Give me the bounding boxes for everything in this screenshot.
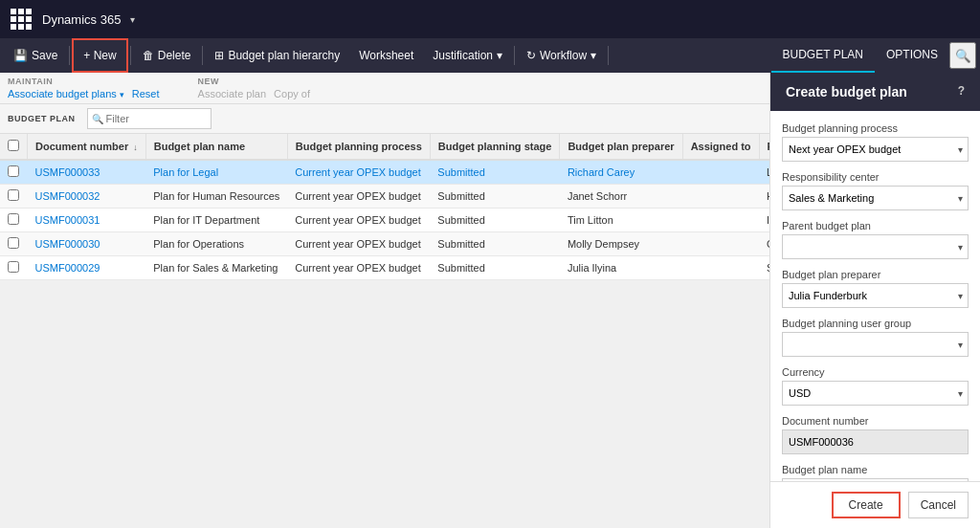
- doc-number-link[interactable]: USMF000032: [35, 190, 100, 202]
- row-doc-number: USMF000029: [28, 256, 146, 280]
- form-group-responsibility-center: Responsibility center Sales & Marketing: [782, 171, 969, 210]
- label-preparer: Budget plan preparer: [782, 269, 969, 280]
- workflow-chevron-icon: ▾: [590, 49, 596, 62]
- select-parent-budget[interactable]: [782, 234, 969, 259]
- reset-link[interactable]: Reset: [132, 88, 160, 99]
- toolbar: 💾 Save + New 🗑 Delete ⊞ Budget plan hier…: [0, 38, 980, 73]
- row-checkbox[interactable]: [8, 165, 19, 177]
- row-preparer: Tim Litton: [560, 209, 682, 232]
- doc-number-link[interactable]: USMF000031: [35, 214, 100, 226]
- delete-icon: 🗑: [143, 49, 154, 62]
- filter-search-icon: 🔍: [92, 114, 103, 124]
- row-checkbox[interactable]: [8, 189, 19, 201]
- panel-header: Create budget plan ?: [770, 73, 980, 111]
- preparer-name: Julia Ilyina: [568, 262, 616, 274]
- maintain-new-row: MAINTAIN Associate budget plans ▾ Reset …: [8, 77, 762, 103]
- select-planning-process[interactable]: Next year OPEX budget: [782, 137, 969, 162]
- row-plan-name: Plan for Sales & Marketing: [145, 256, 287, 280]
- help-icon: ?: [958, 84, 965, 98]
- header-responsibility-center: Responsibility center: [759, 134, 769, 160]
- select-wrapper-currency: USD: [782, 381, 969, 406]
- filter-input-wrapper: 🔍: [87, 108, 212, 129]
- header-doc-number: Document number ↓: [28, 134, 146, 160]
- select-responsibility-center[interactable]: Sales & Marketing: [782, 186, 969, 210]
- select-currency[interactable]: USD: [782, 381, 969, 406]
- table-row[interactable]: USMF000030 Plan for Operations Current y…: [0, 232, 769, 256]
- new-actions: Associate plan Copy of: [198, 88, 310, 99]
- associate-budget-plans-link[interactable]: Associate budget plans ▾: [8, 88, 124, 99]
- content-wrapper: MAINTAIN Associate budget plans ▾ Reset …: [0, 73, 769, 528]
- select-user-group[interactable]: [782, 332, 969, 357]
- search-icon: 🔍: [955, 49, 971, 63]
- row-assigned-to: [682, 185, 759, 209]
- grid-icon: [11, 9, 32, 30]
- preparer-name: Janet Schorr: [568, 190, 627, 202]
- row-planning-process: Current year OPEX budget: [287, 209, 430, 232]
- label-responsibility-center: Responsibility center: [782, 171, 969, 183]
- budget-plan-table: Document number ↓ Budget plan name Budge…: [0, 134, 769, 528]
- select-wrapper-planning-process: Next year OPEX budget: [782, 137, 969, 162]
- row-checkbox[interactable]: [8, 237, 19, 249]
- sort-arrow-icon: ↓: [133, 143, 138, 152]
- form-group-doc-number: Document number: [782, 415, 969, 454]
- row-checkbox[interactable]: [8, 261, 19, 273]
- new-button[interactable]: + New: [72, 38, 127, 73]
- table-row[interactable]: USMF000029 Plan for Sales & Marketing Cu…: [0, 256, 769, 280]
- label-user-group: Budget planning user group: [782, 318, 969, 329]
- table-row[interactable]: USMF000033 Plan for Legal Current year O…: [0, 160, 769, 185]
- create-button[interactable]: Create: [832, 492, 901, 518]
- header-planning-process: Budget planning process: [287, 134, 430, 160]
- row-assigned-to: [682, 209, 759, 232]
- select-all-checkbox[interactable]: [8, 140, 19, 151]
- cancel-button[interactable]: Cancel: [908, 492, 969, 518]
- app-grid-button[interactable]: [8, 6, 34, 33]
- doc-number-link[interactable]: USMF000033: [35, 166, 100, 178]
- main-area: MAINTAIN Associate budget plans ▾ Reset …: [0, 73, 980, 528]
- search-button[interactable]: 🔍: [949, 42, 976, 69]
- row-preparer: Molly Dempsey: [560, 232, 682, 256]
- filter-input[interactable]: [106, 113, 207, 124]
- top-section: MAINTAIN Associate budget plans ▾ Reset …: [0, 73, 769, 104]
- row-planning-process: Current year OPEX budget: [287, 160, 430, 185]
- tab-budget-plan[interactable]: BUDGET PLAN: [771, 38, 875, 73]
- label-parent-budget: Parent budget plan: [782, 220, 969, 231]
- create-budget-plan-panel: Create budget plan ? Budget planning pro…: [769, 73, 980, 528]
- row-planning-stage: Submitted: [430, 209, 560, 232]
- form-group-parent-budget: Parent budget plan: [782, 220, 969, 259]
- data-table: Document number ↓ Budget plan name Budge…: [0, 134, 769, 280]
- row-assigned-to: [682, 160, 759, 185]
- table-row[interactable]: USMF000032 Plan for Human Resources Curr…: [0, 185, 769, 209]
- row-preparer: Richard Carey: [560, 160, 682, 185]
- row-checkbox-cell: [0, 256, 28, 280]
- row-checkbox-cell: [0, 185, 28, 209]
- row-plan-name: Plan for Operations: [145, 232, 287, 256]
- tab-options[interactable]: OPTIONS: [875, 38, 949, 73]
- select-preparer[interactable]: Julia Funderburk: [782, 283, 969, 308]
- delete-button[interactable]: 🗑 Delete: [133, 38, 201, 73]
- preparer-name: Molly Dempsey: [568, 238, 639, 250]
- save-icon: 💾: [13, 49, 28, 62]
- preparer-name[interactable]: Richard Carey: [568, 166, 635, 178]
- associate-chevron-icon: ▾: [120, 90, 124, 99]
- table-row[interactable]: USMF000031 Plan for IT Department Curren…: [0, 209, 769, 232]
- save-button[interactable]: 💾 Save: [4, 38, 67, 73]
- label-currency: Currency: [782, 366, 969, 378]
- row-plan-name: Plan for Human Resources: [145, 185, 287, 209]
- input-doc-number[interactable]: [782, 429, 969, 454]
- doc-number-link[interactable]: USMF000029: [35, 262, 100, 274]
- new-section-group: NEW Associate plan Copy of: [198, 77, 310, 99]
- row-doc-number: USMF000030: [28, 232, 146, 256]
- select-wrapper-preparer: Julia Funderburk: [782, 283, 969, 308]
- worksheet-button[interactable]: Worksheet: [349, 38, 423, 73]
- workflow-button[interactable]: ↻ Workflow ▾: [517, 38, 606, 73]
- justification-chevron-icon: ▾: [497, 49, 502, 62]
- header-checkbox: [0, 134, 28, 160]
- justification-button[interactable]: Justification ▾: [423, 38, 512, 73]
- row-planning-process: Current year OPEX budget: [287, 185, 430, 209]
- doc-number-link[interactable]: USMF000030: [35, 238, 100, 250]
- toolbar-separator-3: [202, 46, 203, 65]
- row-planning-stage: Submitted: [430, 160, 560, 185]
- row-checkbox[interactable]: [8, 213, 19, 225]
- row-planning-process: Current year OPEX budget: [287, 256, 430, 280]
- budget-plan-hierarchy-button[interactable]: ⊞ Budget plan hierarchy: [205, 38, 349, 73]
